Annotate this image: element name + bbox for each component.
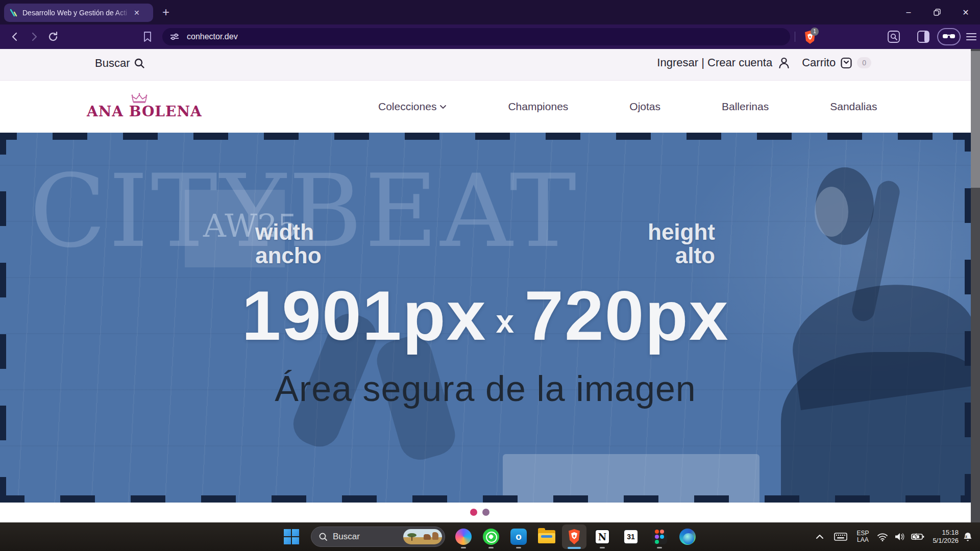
user-icon[interactable] <box>777 56 791 69</box>
new-tab-button[interactable]: + <box>162 4 169 20</box>
brave-icon <box>566 528 582 545</box>
nav-item-ojotas[interactable]: Ojotas <box>629 101 660 113</box>
nav-item-sandalias[interactable]: Sandalias <box>830 101 877 113</box>
safe-area-dimensions: 1901pxx720px <box>0 280 971 357</box>
window-restore-button[interactable] <box>923 9 951 16</box>
copilot-icon <box>455 529 472 545</box>
battery-icon[interactable] <box>911 533 924 540</box>
taskbar-search-label: Buscar <box>333 532 360 542</box>
clock-time: 15:18 <box>933 529 959 537</box>
nav-item-ballerinas[interactable]: Ballerinas <box>722 101 769 113</box>
tray-chevron-up-icon[interactable] <box>816 534 824 539</box>
back-icon[interactable] <box>9 31 21 43</box>
start-button[interactable] <box>284 529 299 544</box>
carousel-dot[interactable] <box>482 509 489 516</box>
dimension-times: x <box>487 303 525 340</box>
taskbar-app-file-explorer[interactable] <box>536 527 557 547</box>
whatsapp-icon <box>483 529 499 545</box>
width-label: width ancho <box>255 220 322 267</box>
system-tray: ESP LAA <box>816 522 980 551</box>
tab-favicon <box>9 8 18 17</box>
hero-banner: CITYBEAT AW25 width ancho height alto 19… <box>0 133 971 503</box>
window-minimize-button[interactable]: – <box>894 8 923 17</box>
notification-bell-icon[interactable]: z <box>963 532 973 542</box>
bookmark-icon[interactable] <box>143 31 152 42</box>
window-controls: – ✕ <box>894 0 980 24</box>
hero-model-face <box>815 187 848 237</box>
site-settings-icon[interactable] <box>169 32 180 42</box>
browser-tab-bar: Desarrollo Web y Gestión de Acti ✕ + – ✕ <box>0 0 980 24</box>
tab-close-icon[interactable]: ✕ <box>134 9 140 17</box>
screen: Desarrollo Web y Gestión de Acti ✕ + – ✕ <box>0 0 980 551</box>
site-search-button[interactable]: Buscar <box>95 57 145 70</box>
taskbar-app-google-calendar[interactable]: 31 <box>621 527 641 547</box>
cart-link[interactable]: Carrito <box>802 56 836 69</box>
crown-icon <box>130 93 149 103</box>
taskbar-app-outlook[interactable]: o <box>508 527 529 547</box>
scrollbar-track[interactable] <box>971 49 980 522</box>
carousel-strip <box>0 503 971 522</box>
taskbar-search-icon <box>318 532 328 541</box>
outlook-icon: o <box>510 529 527 545</box>
running-indicator <box>657 547 662 548</box>
reader-search-icon[interactable] <box>887 30 901 44</box>
site-search-label: Buscar <box>95 57 130 70</box>
taskbar-app-notion[interactable]: N <box>592 527 612 547</box>
search-icon <box>134 58 145 69</box>
logo-text: ANA BOLENA <box>87 103 191 120</box>
taskbar-search-box[interactable]: Buscar <box>311 527 445 547</box>
url-bar[interactable]: conhector.dev <box>162 28 790 45</box>
windows-logo-icon <box>284 529 299 544</box>
dimension-width-value: 1901px <box>242 276 487 355</box>
brave-shield-icon[interactable]: 1 <box>802 30 818 45</box>
calendar-icon: 31 <box>623 529 639 544</box>
language-indicator[interactable]: ESP LAA <box>856 530 869 543</box>
running-indicator <box>516 547 521 548</box>
window-close-button[interactable]: ✕ <box>951 8 980 17</box>
taskbar-app-brave[interactable] <box>564 527 584 547</box>
volume-icon[interactable] <box>894 532 905 541</box>
taskbar-app-copilot[interactable] <box>453 527 474 547</box>
wifi-icon[interactable] <box>877 533 888 541</box>
dimension-height-value: 720px <box>524 276 729 355</box>
notion-icon: N <box>595 529 610 544</box>
site-topbar: Buscar Ingresar | Crear cuenta Carrito <box>0 49 971 81</box>
url-text[interactable]: conhector.dev <box>187 32 238 41</box>
carousel-dot-active[interactable] <box>470 509 477 516</box>
figma-icon <box>652 529 667 544</box>
file-explorer-icon <box>538 530 555 543</box>
height-label: height alto <box>648 220 715 267</box>
clock-date: 5/1/2026 <box>933 537 959 545</box>
safe-area-caption: Área segura de la imagen <box>0 368 971 409</box>
toolbar-separator <box>795 32 795 42</box>
taskbar: Buscar o N 31 <box>0 522 980 551</box>
running-indicator <box>600 547 605 548</box>
site-logo[interactable]: ANA BOLENA <box>87 93 191 120</box>
running-indicator-active <box>568 547 581 549</box>
forward-icon[interactable] <box>28 31 40 43</box>
taskbar-clock[interactable]: 15:18 5/1/2026 <box>933 529 959 545</box>
running-indicator <box>461 547 466 548</box>
browser-tab[interactable]: Desarrollo Web y Gestión de Acti ✕ <box>4 4 153 22</box>
taskbar-app-edge[interactable] <box>677 527 698 547</box>
edge-icon <box>679 529 696 545</box>
cart-count-badge: 0 <box>857 57 871 68</box>
bell-dnd-z: z <box>965 534 967 539</box>
cart-bag-icon[interactable] <box>840 56 853 69</box>
browser-toolbar: conhector.dev 1 <box>0 24 980 49</box>
bing-daily-image[interactable] <box>403 529 442 544</box>
menu-icon[interactable] <box>966 31 977 42</box>
sidebar-icon[interactable] <box>916 30 930 44</box>
taskbar-app-figma[interactable] <box>649 527 670 547</box>
account-row: Ingresar | Crear cuenta Carrito 0 <box>657 56 871 69</box>
scrollbar-thumb[interactable] <box>971 51 980 188</box>
nav-item-championes[interactable]: Championes <box>508 101 568 113</box>
reload-icon[interactable] <box>47 31 59 43</box>
running-indicator <box>488 547 494 548</box>
account-link[interactable]: Ingresar | Crear cuenta <box>657 56 772 69</box>
touch-keyboard-icon[interactable] <box>834 532 847 541</box>
nav-item-colecciones[interactable]: Colecciones <box>378 101 447 113</box>
taskbar-app-whatsapp[interactable] <box>481 527 501 547</box>
site-header: ANA BOLENA Colecciones Championes Ojotas… <box>0 81 971 133</box>
brave-vpn-icon[interactable] <box>937 28 961 45</box>
